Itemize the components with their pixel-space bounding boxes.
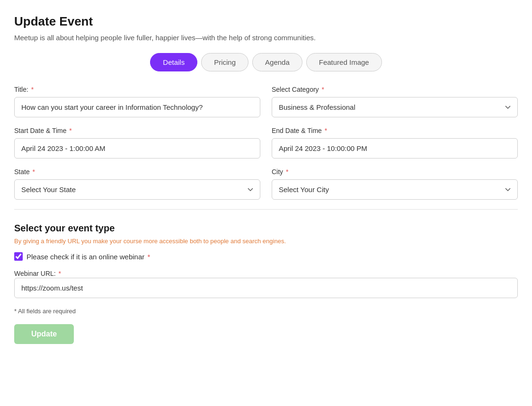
page-subtitle: Meetup is all about helping people live … bbox=[14, 34, 518, 42]
start-date-required: * bbox=[67, 127, 71, 134]
city-group: City * Select Your City Los Angeles San … bbox=[272, 168, 518, 200]
category-group: Select Category * Business & Professiona… bbox=[272, 86, 518, 117]
required-note: * All fields are required bbox=[14, 308, 518, 315]
page-title: Update Event bbox=[14, 14, 518, 29]
city-label: City * bbox=[272, 168, 518, 176]
update-button[interactable]: Update bbox=[14, 324, 74, 344]
date-row: Start Date & Time * End Date & Time * bbox=[14, 127, 518, 159]
start-date-input[interactable] bbox=[14, 138, 260, 159]
state-select[interactable]: Select Your State California New York bbox=[14, 179, 260, 200]
tab-pricing[interactable]: Pricing bbox=[201, 53, 248, 71]
event-type-title: Select your event type bbox=[14, 223, 518, 234]
webinar-url-label: Webinar URL: * bbox=[14, 270, 61, 277]
title-required: * bbox=[29, 86, 34, 93]
end-date-required: * bbox=[323, 127, 327, 134]
title-input[interactable] bbox=[14, 97, 260, 117]
category-label: Select Category * bbox=[272, 86, 518, 93]
end-date-label: End Date & Time * bbox=[272, 127, 518, 134]
state-city-row: State * Select Your State California New… bbox=[14, 168, 518, 200]
friendly-url-hint: By giving a friendly URL you make your c… bbox=[14, 238, 518, 245]
tabs-bar: Details Pricing Agenda Featured Image bbox=[14, 53, 518, 71]
start-date-label: Start Date & Time * bbox=[14, 127, 260, 134]
webinar-required: * bbox=[145, 253, 150, 261]
category-select[interactable]: Business & Professional Technology Healt… bbox=[272, 97, 518, 117]
state-group: State * Select Your State California New… bbox=[14, 168, 260, 200]
webinar-url-required: * bbox=[57, 270, 61, 277]
state-required: * bbox=[31, 168, 35, 176]
tab-agenda[interactable]: Agenda bbox=[252, 53, 302, 71]
category-required: * bbox=[320, 86, 324, 93]
webinar-checkbox-label: Please check if it is an online webinar … bbox=[27, 253, 150, 261]
title-group: Title: * bbox=[14, 86, 260, 117]
section-divider bbox=[14, 209, 518, 210]
tab-featured-image[interactable]: Featured Image bbox=[306, 53, 382, 71]
state-label: State * bbox=[14, 168, 260, 176]
start-date-group: Start Date & Time * bbox=[14, 127, 260, 159]
end-date-group: End Date & Time * bbox=[272, 127, 518, 159]
tab-details[interactable]: Details bbox=[150, 53, 197, 71]
webinar-checkbox[interactable] bbox=[14, 252, 23, 261]
city-required: * bbox=[284, 168, 288, 176]
webinar-url-input[interactable] bbox=[14, 278, 518, 298]
webinar-url-group: Webinar URL: * bbox=[14, 269, 518, 298]
webinar-checkbox-row: Please check if it is an online webinar … bbox=[14, 252, 518, 261]
city-select[interactable]: Select Your City Los Angeles San Francis… bbox=[272, 179, 518, 200]
event-type-section: Select your event type By giving a frien… bbox=[14, 223, 518, 298]
end-date-input[interactable] bbox=[272, 138, 518, 159]
title-category-row: Title: * Select Category * Business & Pr… bbox=[14, 86, 518, 117]
title-label: Title: * bbox=[14, 86, 260, 93]
form-section: Title: * Select Category * Business & Pr… bbox=[14, 86, 518, 200]
